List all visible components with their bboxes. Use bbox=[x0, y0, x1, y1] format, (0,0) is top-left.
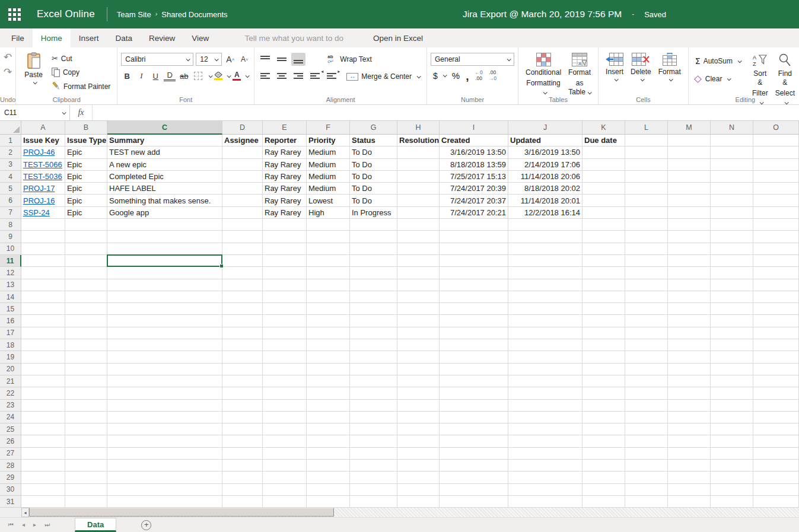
cell-N22[interactable] bbox=[711, 387, 753, 399]
row-header-13[interactable]: 13 bbox=[0, 279, 21, 291]
cell-G21[interactable] bbox=[350, 375, 397, 387]
column-header-D[interactable]: D bbox=[222, 121, 263, 135]
cell-G12[interactable] bbox=[350, 267, 397, 279]
cell-K8[interactable] bbox=[582, 219, 625, 231]
cell-L6[interactable] bbox=[625, 195, 668, 206]
cell-E16[interactable] bbox=[263, 315, 307, 327]
cell-N21[interactable] bbox=[711, 375, 753, 387]
cell-M22[interactable] bbox=[668, 387, 711, 399]
cell-F12[interactable] bbox=[307, 267, 350, 279]
cell-M9[interactable] bbox=[668, 231, 711, 243]
row-header-19[interactable]: 19 bbox=[0, 351, 21, 363]
clear-button[interactable]: Clear bbox=[692, 73, 744, 85]
cell-N20[interactable] bbox=[711, 364, 753, 375]
cell-B9[interactable] bbox=[65, 231, 107, 243]
cell-L23[interactable] bbox=[625, 400, 668, 412]
cell-F8[interactable] bbox=[307, 219, 350, 231]
cell-I12[interactable] bbox=[440, 267, 508, 279]
cell-O18[interactable] bbox=[753, 339, 799, 351]
cell-M19[interactable] bbox=[668, 351, 711, 363]
cell-C19[interactable] bbox=[107, 351, 222, 363]
cell-I15[interactable] bbox=[440, 303, 508, 315]
cell-G5[interactable]: To Do bbox=[350, 183, 397, 195]
cell-L22[interactable] bbox=[625, 387, 668, 399]
cell-E2[interactable]: Ray Rarey bbox=[263, 146, 307, 158]
cell-A6[interactable]: PROJ-16 bbox=[21, 195, 65, 206]
row-header-27[interactable]: 27 bbox=[0, 448, 21, 460]
cell-H4[interactable] bbox=[397, 171, 440, 183]
sheet-tab-data[interactable]: Data bbox=[75, 518, 116, 532]
row-header-9[interactable]: 9 bbox=[0, 231, 21, 243]
cell-L14[interactable] bbox=[625, 291, 668, 303]
cell-D29[interactable] bbox=[222, 472, 263, 483]
cell-K1[interactable]: Due date bbox=[582, 135, 625, 146]
cell-E5[interactable]: Ray Rarey bbox=[263, 183, 307, 195]
cell-D19[interactable] bbox=[222, 351, 263, 363]
cell-I16[interactable] bbox=[440, 315, 508, 327]
cell-B10[interactable] bbox=[65, 243, 107, 255]
cell-H24[interactable] bbox=[397, 412, 440, 423]
cell-G28[interactable] bbox=[350, 460, 397, 472]
cell-C14[interactable] bbox=[107, 291, 222, 303]
cell-F25[interactable] bbox=[307, 423, 350, 435]
cell-O19[interactable] bbox=[753, 351, 799, 363]
cell-M2[interactable] bbox=[668, 146, 711, 158]
cell-J28[interactable] bbox=[508, 460, 582, 472]
cell-D20[interactable] bbox=[222, 364, 263, 375]
cell-J25[interactable] bbox=[508, 423, 582, 435]
cell-E26[interactable] bbox=[263, 435, 307, 447]
increase-indent-button[interactable]: ▸ bbox=[324, 70, 339, 83]
cell-E3[interactable]: Ray Rarey bbox=[263, 159, 307, 171]
cell-K30[interactable] bbox=[582, 484, 625, 496]
cell-D3[interactable] bbox=[222, 159, 263, 171]
wrap-text-button[interactable]: abc↵ Wrap Text bbox=[324, 53, 375, 66]
cell-G16[interactable] bbox=[350, 315, 397, 327]
insert-cells-button[interactable]: Insert bbox=[602, 51, 627, 83]
issue-link[interactable]: TEST-5036 bbox=[23, 172, 62, 181]
strikethrough-button[interactable]: ab bbox=[178, 70, 190, 82]
cell-E13[interactable] bbox=[263, 279, 307, 291]
cell-B11[interactable] bbox=[65, 255, 107, 267]
tab-insert[interactable]: Insert bbox=[71, 28, 107, 47]
cell-J22[interactable] bbox=[508, 387, 582, 399]
cell-F11[interactable] bbox=[307, 255, 350, 267]
cell-B22[interactable] bbox=[65, 387, 107, 399]
cell-F3[interactable]: Medium bbox=[307, 159, 350, 171]
cell-M10[interactable] bbox=[668, 243, 711, 255]
cell-M16[interactable] bbox=[668, 315, 711, 327]
column-header-J[interactable]: J bbox=[508, 121, 582, 135]
column-header-B[interactable]: B bbox=[65, 121, 107, 135]
cell-E7[interactable]: Ray Rarey bbox=[263, 207, 307, 219]
cell-B28[interactable] bbox=[65, 460, 107, 472]
cell-H20[interactable] bbox=[397, 364, 440, 375]
cell-L17[interactable] bbox=[625, 327, 668, 339]
cell-H6[interactable] bbox=[397, 195, 440, 206]
cell-H13[interactable] bbox=[397, 279, 440, 291]
cell-O30[interactable] bbox=[753, 484, 799, 496]
cell-K25[interactable] bbox=[582, 423, 625, 435]
cell-L16[interactable] bbox=[625, 315, 668, 327]
cell-N24[interactable] bbox=[711, 412, 753, 423]
cell-A11[interactable] bbox=[21, 255, 65, 267]
copy-button[interactable]: Copy bbox=[49, 66, 113, 79]
font-size-dropdown[interactable]: 12 bbox=[196, 53, 222, 66]
cell-E20[interactable] bbox=[263, 364, 307, 375]
cell-I28[interactable] bbox=[440, 460, 508, 472]
cell-I11[interactable] bbox=[440, 255, 508, 267]
cell-O16[interactable] bbox=[753, 315, 799, 327]
cell-K19[interactable] bbox=[582, 351, 625, 363]
cell-I13[interactable] bbox=[440, 279, 508, 291]
cell-C29[interactable] bbox=[107, 472, 222, 483]
cell-D4[interactable] bbox=[222, 171, 263, 183]
cell-H3[interactable] bbox=[397, 159, 440, 171]
cell-G1[interactable]: Status bbox=[350, 135, 397, 146]
row-header-11[interactable]: 11 bbox=[0, 255, 21, 267]
cell-F23[interactable] bbox=[307, 400, 350, 412]
double-underline-button[interactable]: D bbox=[164, 71, 176, 81]
cell-N5[interactable] bbox=[711, 183, 753, 195]
cell-L7[interactable] bbox=[625, 207, 668, 219]
open-in-excel-button[interactable]: Open in Excel bbox=[365, 28, 431, 47]
cell-E8[interactable] bbox=[263, 219, 307, 231]
column-header-N[interactable]: N bbox=[711, 121, 753, 135]
cell-G23[interactable] bbox=[350, 400, 397, 412]
